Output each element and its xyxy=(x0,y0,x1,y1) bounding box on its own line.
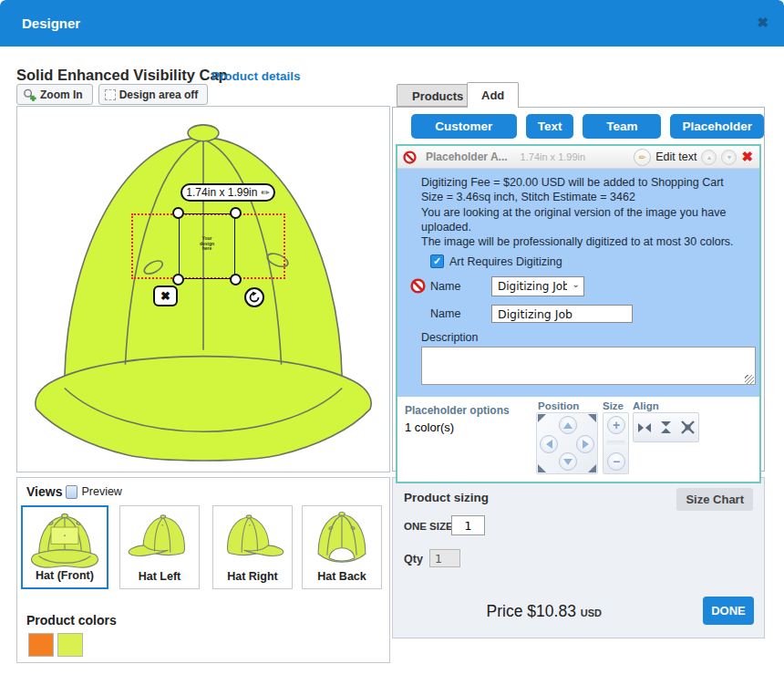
view-thumbnail-hat-back[interactable]: Hat Back xyxy=(302,505,382,589)
name-input[interactable] xyxy=(491,305,633,323)
design-hint-text: Yourdesignhere xyxy=(180,236,234,252)
placeholder-name: Placeholder A... xyxy=(426,150,508,163)
product-colors-title: Product colors xyxy=(26,613,117,628)
product-sizing-panel: Product sizing Size Chart ONE SIZE Qty P… xyxy=(392,477,765,638)
price-value: $10.83 xyxy=(527,602,576,620)
resize-handle-top-left[interactable] xyxy=(172,207,184,219)
thumbnail-label: Hat Back xyxy=(303,570,381,583)
down-arrow-icon xyxy=(563,459,573,465)
qty-input xyxy=(429,549,460,567)
left-arrow-icon xyxy=(546,440,552,449)
size-label: Size xyxy=(603,400,624,411)
remove-placeholder-icon[interactable]: ✖ xyxy=(741,149,753,165)
digitizing-job-select[interactable]: Digitizing Job xyxy=(491,276,584,296)
zoom-in-button[interactable]: Zoom In xyxy=(16,84,93,105)
decrease-size-button[interactable]: − xyxy=(607,452,625,471)
placeholder-options-area: Placeholder options 1 color(s) Position … xyxy=(397,397,759,482)
nudge-up-right-icon[interactable] xyxy=(588,414,596,422)
align-control xyxy=(633,412,699,442)
move-down-arrow-button[interactable] xyxy=(559,452,577,471)
view-thumbnail-hat-right[interactable]: Hat Right xyxy=(212,505,293,589)
text-button[interactable]: Text xyxy=(526,114,574,139)
view-thumbnail-hat-front[interactable]: Hat (Front) xyxy=(21,505,108,589)
move-up-arrow-button[interactable] xyxy=(559,416,577,434)
color-swatch-orange[interactable] xyxy=(28,633,54,657)
customer-design-button[interactable]: Customer Design xyxy=(411,114,517,139)
digitized-colors-text: The image will be professionally digitiz… xyxy=(421,234,751,249)
one-size-label: ONE SIZE xyxy=(404,521,453,532)
canvas-toolbar: Zoom In Design area off xyxy=(16,84,208,105)
preview-icon xyxy=(66,485,77,499)
dimension-label[interactable]: 1.74in x 1.99in ✏ xyxy=(181,183,275,202)
dimension-text: 1.74in x 1.99in xyxy=(186,186,257,199)
edit-pencil-icon[interactable]: ✏ xyxy=(634,149,651,166)
price-text: Price $10.83 USD xyxy=(487,602,602,621)
views-title: Views xyxy=(26,484,62,499)
art-requires-digitizing-label: Art Requires Digitizing xyxy=(449,255,562,268)
no-entry-icon xyxy=(403,150,417,164)
product-sizing-title: Product sizing xyxy=(404,491,489,504)
digitizing-fee-text: Digitizing Fee = $20.00 USD will be adde… xyxy=(421,175,751,190)
add-tab-panel: Customer Design Text Team Name Placehold… xyxy=(392,107,765,472)
placeholder-selection-box[interactable]: Yourdesignhere xyxy=(179,213,235,279)
view-thumbnail-hat-left[interactable]: Hat Left xyxy=(119,505,200,589)
resize-handle-bottom-right[interactable] xyxy=(230,274,242,285)
position-label: Position xyxy=(538,400,579,411)
page-title: Solid Enhanced Visibility Cap xyxy=(16,67,228,84)
size-control: + − xyxy=(603,412,629,474)
close-icon[interactable]: ✖ xyxy=(757,15,769,31)
size-chart-button[interactable]: Size Chart xyxy=(676,488,753,511)
right-arrow-icon xyxy=(583,440,589,449)
align-center-icon xyxy=(681,420,695,434)
description-textarea[interactable] xyxy=(421,347,756,385)
modal-header: Designer ✖ xyxy=(0,0,784,47)
magnifier-plus-icon xyxy=(23,88,36,101)
rotate-icon xyxy=(248,291,261,304)
move-down-button[interactable]: ▼ xyxy=(721,150,737,165)
cap-front-image xyxy=(17,107,389,472)
move-right-arrow-button[interactable] xyxy=(576,435,594,453)
team-name-button[interactable]: Team Name xyxy=(583,114,661,139)
designer-modal: Designer ✖ Solid Enhanced Visibility Cap… xyxy=(0,0,784,685)
position-pad xyxy=(536,412,598,474)
increase-size-button[interactable]: + xyxy=(607,416,625,434)
nudge-up-left-icon[interactable] xyxy=(538,414,546,422)
align-vertical-icon xyxy=(660,420,672,434)
currency-label: USD xyxy=(581,607,602,618)
digitizing-info-box: Digitizing Fee = $20.00 USD will be adde… xyxy=(397,169,759,397)
align-center-both-button[interactable] xyxy=(679,417,696,438)
done-button[interactable]: DONE xyxy=(703,597,754,625)
placeholder-item-header[interactable]: Placeholder A... 1.74in x 1.99in ✏ Edit … xyxy=(397,146,759,169)
align-vertical-center-button[interactable] xyxy=(657,417,675,438)
align-label: Align xyxy=(633,400,659,411)
size-groove xyxy=(606,441,625,447)
edit-text-link[interactable]: Edit text xyxy=(655,150,696,163)
one-size-input[interactable] xyxy=(451,515,485,535)
delete-placeholder-button[interactable]: ✖ xyxy=(153,285,178,306)
delete-x-icon: ✖ xyxy=(160,289,170,303)
zoom-in-label: Zoom In xyxy=(40,88,83,101)
resize-handle-top-right[interactable] xyxy=(230,207,242,219)
design-area-toggle-button[interactable]: Design area off xyxy=(98,84,209,105)
up-arrow-icon xyxy=(563,422,573,429)
move-left-arrow-button[interactable] xyxy=(540,435,558,453)
nudge-down-left-icon[interactable] xyxy=(538,464,546,472)
tab-add[interactable]: Add xyxy=(467,82,519,108)
resize-handle-bottom-left[interactable] xyxy=(172,274,184,285)
preview-link[interactable]: Preview xyxy=(81,485,121,498)
color-swatch-yellow-green[interactable] xyxy=(57,633,83,657)
design-area-label: Design area off xyxy=(119,88,199,101)
placeholder-dimensions: 1.74in x 1.99in xyxy=(521,151,586,162)
product-details-link[interactable]: Product details xyxy=(211,69,301,83)
add-actions-row: Customer Design Text Team Name Placehold… xyxy=(411,114,764,139)
art-requires-digitizing-checkbox[interactable]: ✓ xyxy=(430,254,444,268)
thumbnail-label: Hat Left xyxy=(120,570,199,583)
rotate-placeholder-button[interactable] xyxy=(244,287,264,307)
name-input-label: Name xyxy=(430,307,491,320)
placeholder-item: Placeholder A... 1.74in x 1.99in ✏ Edit … xyxy=(396,144,761,483)
align-horizontal-center-button[interactable] xyxy=(635,417,653,438)
qty-label: Qty xyxy=(404,553,423,566)
move-up-button[interactable]: ▲ xyxy=(701,150,717,165)
nudge-down-right-icon[interactable] xyxy=(588,464,596,472)
placeholder-button[interactable]: Placeholder xyxy=(670,114,764,139)
